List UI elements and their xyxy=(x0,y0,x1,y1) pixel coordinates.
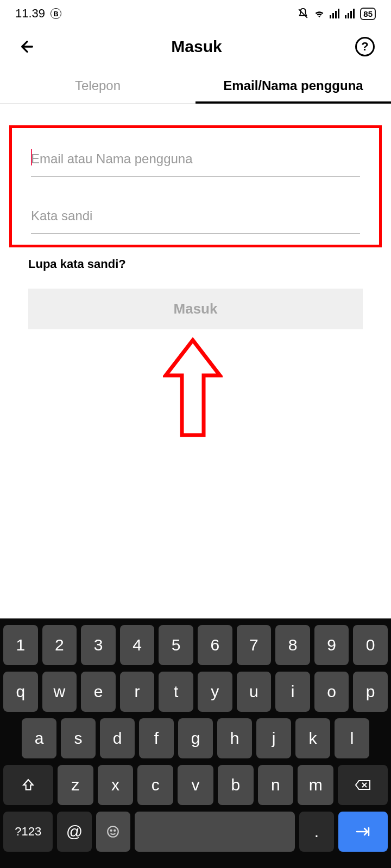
email-input[interactable] xyxy=(31,142,360,177)
key-enter[interactable] xyxy=(338,812,388,852)
key-w[interactable]: w xyxy=(42,672,77,712)
svg-rect-5 xyxy=(348,13,349,18)
key-q[interactable]: q xyxy=(3,672,38,712)
key-at[interactable]: @ xyxy=(57,812,91,852)
key-o[interactable]: o xyxy=(314,672,349,712)
key-d[interactable]: d xyxy=(100,718,135,758)
key-b[interactable]: b xyxy=(218,765,254,805)
key-backspace[interactable] xyxy=(338,765,388,805)
svg-rect-4 xyxy=(345,15,346,18)
key-0[interactable]: 0 xyxy=(353,625,388,665)
key-i[interactable]: i xyxy=(275,672,310,712)
tab-phone[interactable]: Telepon xyxy=(0,68,195,103)
key-y[interactable]: y xyxy=(198,672,232,712)
key-4[interactable]: 4 xyxy=(120,625,155,665)
mute-icon xyxy=(297,8,309,20)
key-a[interactable]: a xyxy=(22,718,56,758)
svg-rect-7 xyxy=(353,9,355,18)
battery-indicator: 85 xyxy=(360,8,376,20)
password-input[interactable] xyxy=(31,199,360,234)
annotation-arrow-icon xyxy=(163,337,223,438)
key-e[interactable]: e xyxy=(81,672,116,712)
key-t[interactable]: t xyxy=(159,672,193,712)
key-v[interactable]: v xyxy=(178,765,213,805)
svg-point-8 xyxy=(108,826,119,837)
key-emoji[interactable] xyxy=(96,812,130,852)
key-3[interactable]: 3 xyxy=(81,625,116,665)
svg-point-9 xyxy=(111,830,112,831)
key-c[interactable]: c xyxy=(137,765,173,805)
key-k[interactable]: k xyxy=(295,718,330,758)
key-l[interactable]: l xyxy=(335,718,369,758)
key-g[interactable]: g xyxy=(178,718,213,758)
key-6[interactable]: 6 xyxy=(198,625,232,665)
key-r[interactable]: r xyxy=(120,672,155,712)
svg-rect-0 xyxy=(330,15,331,18)
wifi-icon xyxy=(313,8,325,20)
annotation-highlight-box xyxy=(9,125,382,247)
svg-rect-6 xyxy=(350,11,352,18)
key-n[interactable]: n xyxy=(258,765,294,805)
key-7[interactable]: 7 xyxy=(237,625,272,665)
keyboard-row-5: ?123 @ . xyxy=(3,812,388,852)
tabs: Telepon Email/Nama pengguna xyxy=(0,68,391,104)
svg-point-10 xyxy=(114,830,115,831)
key-8[interactable]: 8 xyxy=(275,625,310,665)
key-u[interactable]: u xyxy=(237,672,272,712)
key-x[interactable]: x xyxy=(98,765,134,805)
svg-rect-1 xyxy=(332,13,334,18)
forgot-password-link[interactable]: Lupa kata sandi? xyxy=(28,257,363,271)
keyboard-row-1: 1 2 3 4 5 6 7 8 9 0 xyxy=(3,625,388,665)
signal-icon-1 xyxy=(330,9,340,18)
key-2[interactable]: 2 xyxy=(42,625,77,665)
app-header: Masuk ? xyxy=(0,25,391,68)
key-j[interactable]: j xyxy=(256,718,291,758)
key-m[interactable]: m xyxy=(298,765,333,805)
tab-email[interactable]: Email/Nama pengguna xyxy=(195,68,391,103)
keyboard-row-3: a s d f g h j k l xyxy=(3,718,388,758)
key-z[interactable]: z xyxy=(58,765,93,805)
key-space[interactable] xyxy=(135,812,295,852)
back-button[interactable] xyxy=(16,36,38,58)
key-s[interactable]: s xyxy=(61,718,96,758)
key-period[interactable]: . xyxy=(299,812,333,852)
text-cursor xyxy=(31,149,32,165)
login-button[interactable]: Masuk xyxy=(28,289,363,329)
key-1[interactable]: 1 xyxy=(3,625,38,665)
signal-icon-2 xyxy=(345,9,356,18)
key-p[interactable]: p xyxy=(353,672,388,712)
key-shift[interactable] xyxy=(3,765,53,805)
key-f[interactable]: f xyxy=(139,718,174,758)
status-bar: 11.39 B 85 xyxy=(0,0,391,25)
svg-rect-3 xyxy=(338,9,339,18)
b-circle-icon: B xyxy=(51,8,61,19)
key-9[interactable]: 9 xyxy=(314,625,349,665)
key-symbols[interactable]: ?123 xyxy=(3,812,53,852)
svg-rect-2 xyxy=(335,11,337,18)
key-5[interactable]: 5 xyxy=(159,625,193,665)
key-h[interactable]: h xyxy=(217,718,252,758)
virtual-keyboard: 1 2 3 4 5 6 7 8 9 0 q w e r t y u i o p … xyxy=(0,618,391,868)
status-time: 11.39 xyxy=(15,7,45,21)
keyboard-row-2: q w e r t y u i o p xyxy=(3,672,388,712)
keyboard-row-4: z x c v b n m xyxy=(3,765,388,805)
page-title: Masuk xyxy=(171,37,222,56)
help-button[interactable]: ? xyxy=(355,37,375,56)
